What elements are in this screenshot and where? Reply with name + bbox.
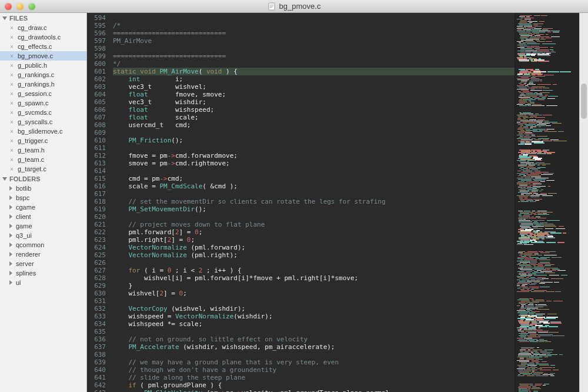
code-line[interactable]: PM_Accelerate (wishdir, wishspeed, pm_ai… [113,343,514,351]
close-file-icon[interactable]: × [9,44,14,50]
close-file-icon[interactable]: × [9,34,14,41]
code-line[interactable]: static void PM_AirMove( void ) { [113,68,514,75]
code-line[interactable]: int i; [113,75,514,83]
code-line[interactable]: // though we don't have a groundentity [113,366,514,374]
open-file-item[interactable]: ×g_target.c [0,164,86,174]
open-file-item[interactable]: ×g_trigger.c [0,136,86,145]
close-file-icon[interactable]: × [9,166,14,172]
code-line[interactable]: pml.right[2] = 0; [113,236,514,244]
close-file-icon[interactable]: × [9,81,14,88]
code-line[interactable]: if ( pml.groundPlane ) { [113,381,514,389]
folders-section-header[interactable]: FOLDERS [0,174,86,184]
folder-item[interactable]: ui [0,278,86,287]
code-line[interactable] [113,45,514,52]
code-line[interactable]: // set the movementDir so clients can ro… [113,198,514,205]
code-line[interactable]: */ [113,60,514,68]
vertical-scrollbar[interactable] [579,13,588,392]
close-file-icon[interactable]: × [9,62,14,69]
code-line[interactable]: float scale; [113,114,514,121]
close-file-icon[interactable]: × [9,72,14,78]
open-file-item[interactable]: ×cg_draw.c [0,23,86,32]
open-file-item[interactable]: ×bg_pmove.c [0,51,86,61]
code-line[interactable]: // slide along the steep plane [113,374,514,381]
code-line[interactable]: scale = PM_CmdScale( &cmd ); [113,182,514,190]
open-file-item[interactable]: ×g_spawn.c [0,98,86,108]
code-line[interactable] [113,129,514,137]
code-line[interactable]: vec3_t wishdir; [113,98,514,106]
code-editor[interactable]: 5945955965975985996006016026036046056066… [87,13,579,392]
open-file-item[interactable]: ×g_team.h [0,145,86,155]
close-file-icon[interactable]: × [9,109,14,116]
code-area[interactable]: /*=============================PM_AirMov… [111,13,514,392]
code-line[interactable] [113,259,514,267]
open-file-item[interactable]: ×g_rankings.c [0,70,86,79]
code-line[interactable]: PM_ClipVelocity (pm->ps->velocity, pml.g… [113,389,514,392]
close-file-icon[interactable]: × [9,147,14,154]
open-file-item[interactable]: ×g_rankings.h [0,79,86,89]
code-line[interactable]: // project moves down to flat plane [113,221,514,228]
code-line[interactable]: wishspeed *= scale; [113,320,514,328]
code-line[interactable]: wishvel[2] = 0; [113,290,514,297]
close-file-icon[interactable]: × [9,157,14,163]
open-file-item[interactable]: ×cg_effects.c [0,42,86,51]
folder-item[interactable]: client [0,212,86,221]
close-file-icon[interactable]: × [9,138,14,144]
minimize-window-button[interactable] [16,3,24,10]
close-file-icon[interactable]: × [9,25,14,31]
code-line[interactable]: // we may have a ground plane that is ve… [113,358,514,366]
code-line[interactable]: ============================= [113,52,514,60]
folder-item[interactable]: qcommon [0,240,86,250]
folder-item[interactable]: renderer [0,250,86,259]
code-line[interactable] [113,144,514,152]
close-file-icon[interactable]: × [9,53,14,59]
close-file-icon[interactable]: × [9,119,14,125]
code-line[interactable] [113,328,514,335]
code-line[interactable]: VectorNormalize (pml.forward); [113,244,514,251]
code-line[interactable] [113,167,514,175]
code-line[interactable]: fmove = pm->cmd.forwardmove; [113,152,514,160]
open-file-item[interactable]: ×bg_slidemove.c [0,127,86,136]
minimap[interactable] [514,13,579,392]
code-line[interactable]: ============================= [113,29,514,37]
code-line[interactable] [113,297,514,305]
zoom-window-button[interactable] [28,3,35,10]
code-line[interactable]: } [113,282,514,290]
code-line[interactable]: VectorCopy (wishvel, wishdir); [113,305,514,313]
code-line[interactable]: PM_Friction(); [113,137,514,144]
folder-item[interactable]: game [0,221,86,231]
open-file-item[interactable]: ×g_syscalls.c [0,117,86,127]
code-line[interactable]: cmd = pm->cmd; [113,175,514,182]
code-line[interactable]: PM_AirMove [113,37,514,45]
scrollbar-thumb[interactable] [581,84,587,119]
code-line[interactable]: for ( i = 0 ; i < 2 ; i++ ) { [113,267,514,274]
code-line[interactable]: usercmd_t cmd; [113,121,514,129]
code-line[interactable]: pml.forward[2] = 0; [113,228,514,236]
code-line[interactable]: float wishspeed; [113,106,514,114]
code-line[interactable] [113,14,514,22]
code-line[interactable]: vec3_t wishvel; [113,83,514,91]
close-window-button[interactable] [5,3,12,10]
open-file-item[interactable]: ×g_svcmds.c [0,108,86,117]
folder-item[interactable]: bspc [0,193,86,202]
code-line[interactable]: wishspeed = VectorNormalize(wishdir); [113,313,514,320]
folder-item[interactable]: splines [0,268,86,278]
open-file-item[interactable]: ×g_team.c [0,155,86,164]
code-line[interactable] [113,190,514,198]
close-file-icon[interactable]: × [9,128,14,135]
folder-item[interactable]: q3_ui [0,231,86,240]
folder-item[interactable]: server [0,259,86,268]
folder-item[interactable]: cgame [0,202,86,212]
code-line[interactable]: /* [113,22,514,29]
code-line[interactable]: PM_SetMovementDir(); [113,205,514,213]
code-line[interactable]: wishvel[i] = pml.forward[i]*fmove + pml.… [113,274,514,282]
code-line[interactable] [113,351,514,358]
open-file-item[interactable]: ×g_public.h [0,61,86,70]
files-section-header[interactable]: FILES [0,13,86,23]
code-line[interactable]: smove = pm->cmd.rightmove; [113,160,514,167]
code-line[interactable] [113,213,514,221]
close-file-icon[interactable]: × [9,100,14,107]
code-line[interactable]: // not on ground, so little effect on ve… [113,335,514,343]
code-line[interactable]: VectorNormalize (pml.right); [113,251,514,259]
close-file-icon[interactable]: × [9,91,14,97]
open-file-item[interactable]: ×cg_drawtools.c [0,32,86,42]
